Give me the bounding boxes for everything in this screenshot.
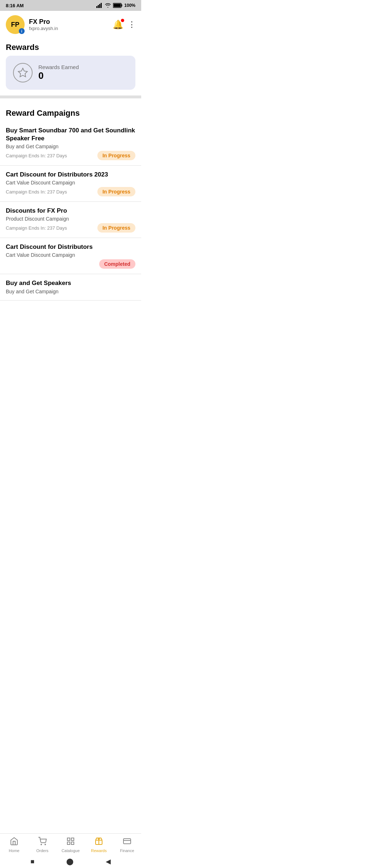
signal-icon	[96, 3, 103, 8]
svg-rect-5	[121, 4, 122, 7]
campaign-footer: Campaign Ends In: 237 Days In Progress	[6, 151, 135, 160]
status-badge: In Progress	[97, 151, 135, 160]
campaign-item-4[interactable]: Buy and Get Speakers Buy and Get Campaig…	[0, 274, 141, 300]
campaign-type: Cart Value Discount Campaign	[6, 252, 135, 258]
campaign-footer: Campaign Ends In: 237 Days In Progress	[6, 223, 135, 233]
svg-marker-7	[18, 68, 28, 77]
campaign-item-1[interactable]: Cart Discount for Distributors 2023 Cart…	[0, 166, 141, 202]
campaign-footer: Completed	[6, 259, 135, 269]
status-icons: 100%	[96, 3, 135, 8]
campaign-item-0[interactable]: Buy Smart Soundbar 700 and Get Soundlink…	[0, 122, 141, 166]
svg-rect-0	[96, 6, 97, 8]
status-badge: In Progress	[97, 223, 135, 233]
campaign-title: Cart Discount for Distributors 2023	[6, 171, 135, 179]
wifi-icon	[105, 3, 111, 8]
campaigns-section: Reward Campaigns Buy Smart Soundbar 700 …	[0, 98, 141, 301]
status-time: 8:16 AM	[6, 3, 24, 8]
campaign-type: Product Discount Campaign	[6, 216, 135, 222]
battery-text: 100%	[124, 3, 135, 8]
campaign-list: Buy Smart Soundbar 700 and Get Soundlink…	[0, 122, 141, 301]
campaign-item-3[interactable]: Cart Discount for Distributors Cart Valu…	[0, 238, 141, 274]
campaign-footer: Campaign Ends In: 237 Days In Progress	[6, 187, 135, 196]
campaign-ends: Campaign Ends In: 237 Days	[6, 153, 67, 158]
status-bar: 8:16 AM 100%	[0, 0, 141, 11]
status-badge: In Progress	[97, 187, 135, 196]
more-options-icon[interactable]: ⋮	[128, 20, 135, 29]
rewards-section-title: Rewards	[0, 38, 141, 56]
campaign-type: Buy and Get Campaign	[6, 144, 135, 149]
notification-badge	[121, 19, 124, 22]
star-icon	[13, 63, 33, 82]
svg-rect-3	[101, 3, 102, 8]
campaign-title: Buy Smart Soundbar 700 and Get Soundlink…	[6, 127, 135, 142]
header-text: FX Pro fxpro.avysh.in	[29, 18, 113, 31]
header-actions: 🔔 ⋮	[113, 20, 135, 30]
app-header: FP i FX Pro fxpro.avysh.in 🔔 ⋮	[0, 11, 141, 38]
svg-rect-1	[98, 5, 99, 8]
app-subtitle: fxpro.avysh.in	[29, 26, 113, 31]
rewards-value: 0	[38, 70, 79, 81]
campaign-title: Discounts for FX Pro	[6, 207, 135, 215]
status-badge: Completed	[99, 259, 135, 269]
section-divider	[0, 95, 141, 98]
campaign-title: Buy and Get Speakers	[6, 279, 135, 287]
campaign-title: Cart Discount for Distributors	[6, 243, 135, 251]
rewards-card: Rewards Earned 0	[6, 56, 135, 90]
app-title: FX Pro	[29, 18, 113, 26]
battery-icon	[113, 3, 122, 8]
avatar: FP i	[6, 15, 25, 34]
campaign-ends: Campaign Ends In: 237 Days	[6, 225, 67, 231]
svg-rect-2	[99, 4, 100, 8]
rewards-info: Rewards Earned 0	[38, 64, 79, 81]
campaign-ends: Campaign Ends In: 237 Days	[6, 189, 67, 195]
campaigns-section-title: Reward Campaigns	[0, 104, 141, 122]
info-badge: i	[19, 28, 25, 34]
notification-bell[interactable]: 🔔	[113, 20, 123, 30]
campaign-type: Cart Value Discount Campaign	[6, 180, 135, 186]
rewards-label: Rewards Earned	[38, 64, 79, 70]
campaign-item-2[interactable]: Discounts for FX Pro Product Discount Ca…	[0, 202, 141, 238]
campaign-type: Buy and Get Campaign	[6, 289, 135, 294]
svg-rect-6	[114, 4, 121, 7]
